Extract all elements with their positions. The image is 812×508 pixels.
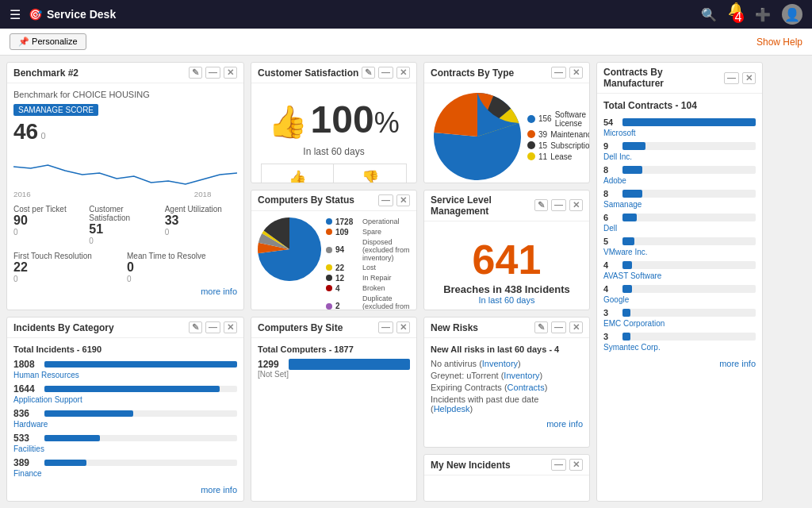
subscription-dot: [527, 141, 535, 149]
inc-bar: [44, 460, 86, 466]
inc-bar-wrap: [44, 410, 237, 417]
show-help-link[interactable]: Show Help: [756, 37, 802, 48]
computers-site-minimize-icon[interactable]: —: [378, 321, 393, 333]
new-risks-minimize-icon[interactable]: —: [551, 321, 566, 333]
metric-customer-sat: Customer Satisfaction 51 0: [89, 205, 161, 245]
comp-dot: [326, 247, 332, 253]
comp-dot: [326, 275, 332, 281]
contracts-mfr-body: Total Contracts - 104 54 Microsoft 9 Del…: [597, 94, 762, 375]
computers-status-minimize-icon[interactable]: —: [378, 194, 393, 206]
risk-link[interactable]: Inventory: [504, 371, 539, 380]
inc-name[interactable]: Application Support: [13, 395, 237, 404]
inc-name[interactable]: Hardware: [13, 420, 237, 429]
inc-name[interactable]: Human Resources: [13, 371, 237, 379]
comp-legend-item: 2 Duplicate (excluded from inventory): [326, 294, 410, 311]
mfr-name[interactable]: Adobe: [603, 176, 756, 185]
mfr-item: 3 EMC Corporation: [603, 308, 756, 328]
my-incidents-header: My New Incidents — ✕: [424, 455, 589, 475]
comp-count: 109: [335, 228, 359, 237]
comp-legend-item: 94 Disposed (excluded from inventory): [326, 238, 410, 262]
subscription-count: 15: [538, 141, 547, 150]
contracts-type-close-icon[interactable]: ✕: [569, 67, 583, 79]
incidents-more-info[interactable]: more info: [13, 482, 237, 495]
mfr-name[interactable]: Samanage: [603, 200, 756, 209]
maintenance-dot: [527, 130, 535, 138]
comp-label: Spare: [362, 228, 381, 236]
benchmark-more-info[interactable]: more info: [13, 283, 237, 296]
mfr-count: 9: [603, 141, 618, 151]
search-icon[interactable]: 🔍: [701, 7, 717, 22]
slm-label: Breaches in 438 Incidents: [431, 283, 583, 295]
software-label: Software License: [555, 110, 590, 128]
customer-sat-close-icon[interactable]: ✕: [396, 67, 410, 79]
avatar[interactable]: 👤: [782, 4, 802, 25]
risk-link[interactable]: Contracts: [508, 383, 545, 392]
mfr-name[interactable]: VMware Inc.: [603, 248, 756, 256]
mfr-bar: [622, 142, 645, 150]
personalize-button[interactable]: 📌 Personalize: [10, 33, 86, 50]
risk-link[interactable]: Helpdesk: [434, 404, 470, 414]
site-label[interactable]: [Not Set]: [258, 370, 410, 379]
mfr-bar-wrap: [622, 261, 756, 269]
slm-close-icon[interactable]: ✕: [569, 199, 583, 211]
computers-status-close-icon[interactable]: ✕: [396, 194, 410, 206]
mfr-name[interactable]: Microsoft: [603, 129, 756, 137]
incident-item: 836 Hardware: [13, 408, 237, 429]
inc-name[interactable]: Finance: [13, 469, 237, 478]
computers-site-total: Total Computers - 1877: [258, 344, 410, 354]
lease-count: 11: [538, 152, 547, 161]
my-incidents-title: My New Incidents: [431, 460, 511, 471]
slm-minimize-icon[interactable]: —: [551, 199, 566, 211]
add-icon[interactable]: ➕: [755, 7, 771, 22]
new-risks-edit-icon[interactable]: ✎: [534, 321, 548, 333]
notification-badge: 4: [733, 12, 744, 23]
metric-mean-value: 0: [127, 260, 237, 275]
comp-label: Disposed (excluded from inventory): [362, 238, 410, 262]
comp-count: 12: [335, 274, 359, 283]
contracts-mfr-close-icon[interactable]: ✕: [742, 72, 756, 84]
metric-sat-label: Customer Satisfaction: [89, 205, 161, 222]
incidents-edit-icon[interactable]: ✎: [189, 321, 202, 333]
site-count: 1299: [258, 359, 285, 370]
comp-count: 94: [335, 245, 359, 254]
contracts-mfr-minimize-icon[interactable]: —: [724, 72, 739, 84]
incidents-minimize-icon[interactable]: —: [205, 321, 220, 333]
notifications-icon[interactable]: 🔔 4: [728, 2, 744, 28]
inc-name[interactable]: Facilities: [13, 444, 237, 453]
benchmark-edit-icon[interactable]: ✎: [189, 67, 202, 79]
incidents-close-icon[interactable]: ✕: [224, 321, 237, 333]
new-risks-close-icon[interactable]: ✕: [569, 321, 583, 333]
my-incidents-minimize-icon[interactable]: —: [551, 459, 566, 471]
contracts-mfr-total: Total Contracts - 104: [603, 100, 756, 111]
contracts-mfr-more-info[interactable]: more info: [603, 356, 756, 368]
mfr-name[interactable]: Symantec Corp.: [603, 343, 756, 352]
satisfied-box: 👍 1 Satisfied: [262, 164, 334, 183]
my-incidents-close-icon[interactable]: ✕: [569, 459, 583, 471]
mfr-count: 8: [603, 165, 618, 175]
new-risks-total: New All risks in last 60 days - 4: [431, 344, 583, 354]
mfr-name[interactable]: AVAST Software: [603, 271, 756, 280]
incidents-title: Incidents By Category: [13, 322, 114, 333]
mfr-item: 8 Samanage: [603, 189, 756, 209]
incident-item: 533 Facilities: [13, 433, 237, 453]
contracts-type-legend: 156 Software License 39 Maintenance 15 S…: [527, 110, 590, 164]
slm-sublabel: In last 60 days: [431, 295, 583, 305]
risk-item: Greynet: uTorrent (Inventory): [431, 371, 583, 380]
customer-sat-edit-icon[interactable]: ✎: [362, 67, 375, 79]
hamburger-menu[interactable]: ☰: [10, 7, 21, 22]
mfr-name[interactable]: Dell: [603, 224, 756, 233]
slm-edit-icon[interactable]: ✎: [534, 199, 548, 211]
contracts-type-minimize-icon[interactable]: —: [551, 67, 566, 79]
benchmark-subtitle: Benchmark for CHOICE HOUSING: [13, 90, 237, 99]
new-risks-more-info[interactable]: more info: [431, 416, 583, 429]
benchmark-close-icon[interactable]: ✕: [224, 67, 237, 79]
sparkline-chart: 2016 2018: [13, 151, 237, 198]
mfr-name[interactable]: Google: [603, 295, 756, 304]
mfr-name[interactable]: EMC Corporation: [603, 319, 756, 328]
computers-site-close-icon[interactable]: ✕: [396, 321, 410, 333]
risk-link[interactable]: Inventory: [482, 359, 518, 368]
comp-label: Duplicate (excluded from inventory): [362, 294, 410, 311]
customer-sat-minimize-icon[interactable]: —: [378, 67, 393, 79]
benchmark-minimize-icon[interactable]: —: [205, 67, 220, 79]
mfr-name[interactable]: Dell Inc.: [603, 152, 756, 161]
